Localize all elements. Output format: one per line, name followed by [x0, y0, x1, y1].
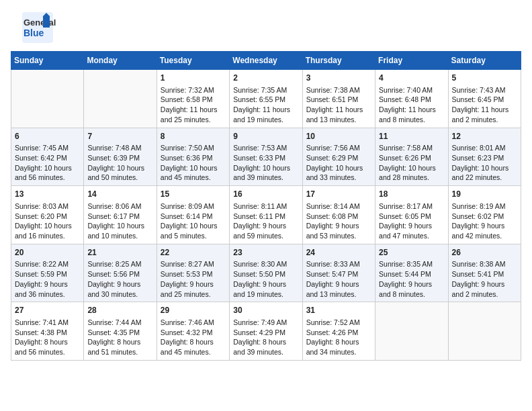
calendar-cell: 2Sunrise: 7:35 AM Sunset: 6:55 PM Daylig… — [230, 70, 302, 128]
day-number: 19 — [452, 189, 517, 200]
day-header-sunday: Sunday — [11, 52, 84, 70]
day-header-saturday: Saturday — [448, 52, 521, 70]
calendar-cell: 21Sunrise: 8:25 AM Sunset: 5:56 PM Dayli… — [84, 244, 157, 302]
cell-content: Sunrise: 7:41 AM Sunset: 4:38 PM Dayligh… — [15, 318, 80, 357]
day-header-thursday: Thursday — [302, 52, 375, 70]
day-header-tuesday: Tuesday — [157, 52, 229, 70]
calendar-cell: 5Sunrise: 7:43 AM Sunset: 6:45 PM Daylig… — [448, 70, 521, 128]
day-number: 15 — [161, 189, 226, 200]
calendar-cell — [84, 70, 157, 128]
day-number: 17 — [306, 189, 371, 200]
calendar-cell: 27Sunrise: 7:41 AM Sunset: 4:38 PM Dayli… — [11, 302, 84, 361]
day-number: 1 — [161, 73, 226, 84]
cell-content: Sunrise: 8:22 AM Sunset: 5:59 PM Dayligh… — [15, 259, 80, 299]
calendar-week-3: 13Sunrise: 8:03 AM Sunset: 6:20 PM Dayli… — [11, 186, 521, 244]
cell-content: Sunrise: 7:35 AM Sunset: 6:55 PM Dayligh… — [233, 85, 298, 125]
calendar-cell: 16Sunrise: 8:11 AM Sunset: 6:11 PM Dayli… — [230, 186, 302, 244]
calendar-cell: 4Sunrise: 7:40 AM Sunset: 6:48 PM Daylig… — [375, 70, 448, 128]
calendar-cell: 30Sunrise: 7:49 AM Sunset: 4:29 PM Dayli… — [230, 302, 302, 361]
calendar-cell: 17Sunrise: 8:14 AM Sunset: 6:08 PM Dayli… — [302, 186, 375, 244]
cell-content: Sunrise: 7:52 AM Sunset: 4:26 PM Dayligh… — [306, 318, 371, 357]
cell-content: Sunrise: 8:19 AM Sunset: 6:02 PM Dayligh… — [452, 201, 517, 241]
cell-content: Sunrise: 7:56 AM Sunset: 6:29 PM Dayligh… — [306, 143, 371, 183]
day-number: 16 — [233, 189, 298, 200]
day-number: 26 — [452, 247, 517, 259]
cell-content: Sunrise: 7:43 AM Sunset: 6:45 PM Dayligh… — [452, 85, 517, 125]
calendar-cell: 19Sunrise: 8:19 AM Sunset: 6:02 PM Dayli… — [448, 186, 521, 244]
day-number: 12 — [452, 131, 517, 142]
day-number: 8 — [161, 131, 226, 142]
day-number: 13 — [15, 189, 80, 200]
calendar-cell — [11, 70, 84, 128]
logo: GeneralBlue — [11, 11, 64, 44]
cell-content: Sunrise: 8:35 AM Sunset: 5:44 PM Dayligh… — [379, 259, 444, 299]
day-number: 14 — [87, 189, 152, 200]
cell-content: Sunrise: 7:45 AM Sunset: 6:42 PM Dayligh… — [15, 143, 80, 183]
days-header-row: SundayMondayTuesdayWednesdayThursdayFrid… — [11, 52, 521, 70]
day-number: 22 — [161, 247, 226, 259]
day-number: 5 — [452, 73, 517, 84]
day-number: 7 — [87, 131, 152, 142]
cell-content: Sunrise: 8:27 AM Sunset: 5:53 PM Dayligh… — [161, 259, 226, 299]
cell-content: Sunrise: 8:17 AM Sunset: 6:05 PM Dayligh… — [379, 201, 444, 241]
cell-content: Sunrise: 7:38 AM Sunset: 6:51 PM Dayligh… — [306, 85, 371, 125]
calendar-cell: 29Sunrise: 7:46 AM Sunset: 4:32 PM Dayli… — [157, 302, 229, 361]
calendar-week-4: 20Sunrise: 8:22 AM Sunset: 5:59 PM Dayli… — [11, 244, 521, 302]
cell-content: Sunrise: 7:46 AM Sunset: 4:32 PM Dayligh… — [161, 318, 226, 357]
calendar-cell: 10Sunrise: 7:56 AM Sunset: 6:29 PM Dayli… — [302, 128, 375, 186]
day-number: 24 — [306, 247, 371, 259]
calendar-cell: 15Sunrise: 8:09 AM Sunset: 6:14 PM Dayli… — [157, 186, 229, 244]
cell-content: Sunrise: 8:09 AM Sunset: 6:14 PM Dayligh… — [161, 201, 226, 241]
calendar-cell: 20Sunrise: 8:22 AM Sunset: 5:59 PM Dayli… — [11, 244, 84, 302]
cell-content: Sunrise: 8:33 AM Sunset: 5:47 PM Dayligh… — [306, 259, 371, 299]
calendar-cell: 9Sunrise: 7:53 AM Sunset: 6:33 PM Daylig… — [230, 128, 302, 186]
cell-content: Sunrise: 8:11 AM Sunset: 6:11 PM Dayligh… — [233, 201, 298, 241]
calendar-table: SundayMondayTuesdayWednesdayThursdayFrid… — [11, 51, 521, 361]
calendar-cell: 22Sunrise: 8:27 AM Sunset: 5:53 PM Dayli… — [157, 244, 229, 302]
day-number: 3 — [306, 73, 371, 84]
cell-content: Sunrise: 7:49 AM Sunset: 4:29 PM Dayligh… — [233, 318, 298, 357]
calendar-cell: 24Sunrise: 8:33 AM Sunset: 5:47 PM Dayli… — [302, 244, 375, 302]
calendar-week-2: 6Sunrise: 7:45 AM Sunset: 6:42 PM Daylig… — [11, 128, 521, 186]
calendar-cell: 28Sunrise: 7:44 AM Sunset: 4:35 PM Dayli… — [84, 302, 157, 361]
calendar-cell: 8Sunrise: 7:50 AM Sunset: 6:36 PM Daylig… — [157, 128, 229, 186]
calendar-cell: 13Sunrise: 8:03 AM Sunset: 6:20 PM Dayli… — [11, 186, 84, 244]
cell-content: Sunrise: 8:06 AM Sunset: 6:17 PM Dayligh… — [87, 201, 152, 241]
day-number: 29 — [161, 305, 226, 316]
day-number: 6 — [15, 131, 80, 142]
calendar-cell: 26Sunrise: 8:38 AM Sunset: 5:41 PM Dayli… — [448, 244, 521, 302]
cell-content: Sunrise: 8:38 AM Sunset: 5:41 PM Dayligh… — [452, 259, 517, 299]
day-number: 20 — [15, 247, 80, 259]
cell-content: Sunrise: 7:58 AM Sunset: 6:26 PM Dayligh… — [379, 143, 444, 183]
cell-content: Sunrise: 8:14 AM Sunset: 6:08 PM Dayligh… — [306, 201, 371, 241]
cell-content: Sunrise: 8:30 AM Sunset: 5:50 PM Dayligh… — [233, 259, 298, 299]
calendar-week-5: 27Sunrise: 7:41 AM Sunset: 4:38 PM Dayli… — [11, 302, 521, 361]
calendar-cell: 25Sunrise: 8:35 AM Sunset: 5:44 PM Dayli… — [375, 244, 448, 302]
calendar-cell: 31Sunrise: 7:52 AM Sunset: 4:26 PM Dayli… — [302, 302, 375, 361]
calendar-cell: 23Sunrise: 8:30 AM Sunset: 5:50 PM Dayli… — [230, 244, 302, 302]
calendar-cell — [375, 302, 448, 361]
day-header-friday: Friday — [375, 52, 448, 70]
cell-content: Sunrise: 7:48 AM Sunset: 6:39 PM Dayligh… — [87, 143, 152, 183]
day-header-wednesday: Wednesday — [230, 52, 302, 70]
calendar-cell: 1Sunrise: 7:32 AM Sunset: 6:58 PM Daylig… — [157, 70, 229, 128]
day-number: 2 — [233, 73, 298, 84]
cell-content: Sunrise: 7:53 AM Sunset: 6:33 PM Dayligh… — [233, 143, 298, 183]
day-header-monday: Monday — [84, 52, 157, 70]
day-number: 28 — [87, 305, 152, 316]
day-number: 11 — [379, 131, 444, 142]
day-number: 10 — [306, 131, 371, 142]
cell-content: Sunrise: 8:03 AM Sunset: 6:20 PM Dayligh… — [15, 201, 80, 241]
cell-content: Sunrise: 7:44 AM Sunset: 4:35 PM Dayligh… — [87, 318, 152, 357]
cell-content: Sunrise: 7:40 AM Sunset: 6:48 PM Dayligh… — [379, 85, 444, 125]
day-number: 31 — [306, 305, 371, 316]
day-number: 18 — [379, 189, 444, 200]
calendar-cell: 14Sunrise: 8:06 AM Sunset: 6:17 PM Dayli… — [84, 186, 157, 244]
calendar-cell: 6Sunrise: 7:45 AM Sunset: 6:42 PM Daylig… — [11, 128, 84, 186]
cell-content: Sunrise: 7:50 AM Sunset: 6:36 PM Dayligh… — [161, 143, 226, 183]
svg-text:Blue: Blue — [24, 28, 44, 38]
day-number: 23 — [233, 247, 298, 259]
page-header: GeneralBlue — [11, 11, 521, 44]
day-number: 21 — [87, 247, 152, 259]
calendar-cell: 18Sunrise: 8:17 AM Sunset: 6:05 PM Dayli… — [375, 186, 448, 244]
